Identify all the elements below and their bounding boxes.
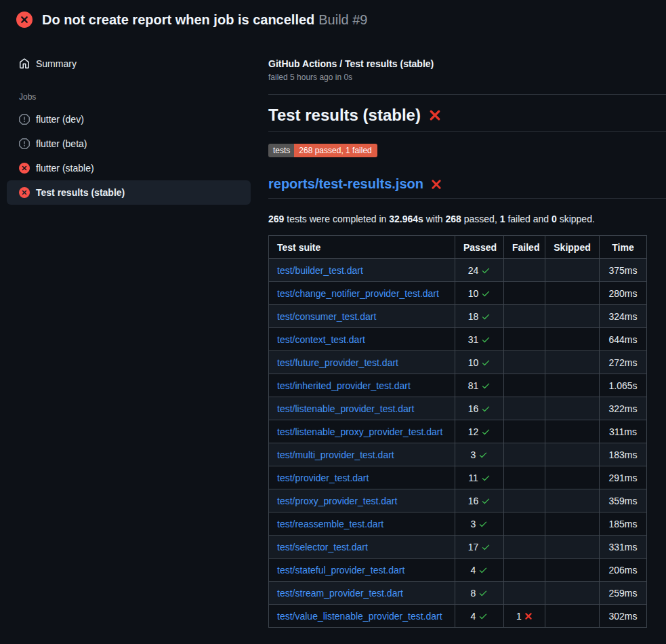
table-row: test/stream_provider_test.dart8259ms bbox=[269, 582, 647, 605]
skipped-cell bbox=[545, 351, 600, 374]
test-suite-cell: test/change_notifier_provider_test.dart bbox=[269, 282, 455, 305]
time-cell: 1.065s bbox=[600, 374, 647, 397]
check-run-header: Do not create report when job is cancell… bbox=[0, 0, 666, 38]
summary-segment: 0 bbox=[551, 214, 557, 224]
test-suite-link[interactable]: test/future_provider_test.dart bbox=[277, 357, 398, 368]
table-row: test/context_test.dart31644ms bbox=[269, 328, 647, 351]
test-suite-link[interactable]: test/change_notifier_provider_test.dart bbox=[277, 288, 439, 299]
failed-cell bbox=[504, 536, 545, 559]
failed-cell bbox=[504, 489, 545, 512]
passed-cell-value: 10 bbox=[468, 357, 491, 368]
sidebar-item-flutter-dev[interactable]: flutter (dev) bbox=[7, 107, 251, 132]
table-row: test/proxy_provider_test.dart16359ms bbox=[269, 489, 647, 512]
table-row: test/inherited_provider_test.dart811.065… bbox=[269, 374, 647, 397]
stop-icon bbox=[19, 138, 30, 149]
skipped-cell bbox=[545, 582, 600, 605]
sidebar-summary-label: Summary bbox=[36, 58, 77, 69]
table-row: test/stateful_provider_test.dart4206ms bbox=[269, 559, 647, 582]
passed-cell-value: 16 bbox=[468, 403, 491, 414]
test-suite-link[interactable]: test/provider_test.dart bbox=[277, 472, 369, 483]
table-row: test/future_provider_test.dart10272ms bbox=[269, 351, 647, 374]
sidebar-job-label: flutter (beta) bbox=[36, 138, 87, 149]
skipped-cell bbox=[545, 605, 600, 628]
time-cell: 359ms bbox=[600, 489, 647, 512]
passed-cell: 12 bbox=[455, 420, 504, 443]
passed-cell-value: 4 bbox=[471, 565, 488, 576]
passed-cell: 81 bbox=[455, 374, 504, 397]
test-suite-cell: test/selector_test.dart bbox=[269, 536, 455, 559]
summary-segment: skipped. bbox=[557, 214, 595, 224]
report-heading: reports/test-results.json bbox=[268, 176, 666, 199]
skipped-cell bbox=[545, 420, 600, 443]
x-circle-icon bbox=[19, 187, 30, 198]
test-suite-cell: test/stream_provider_test.dart bbox=[269, 582, 455, 605]
test-suite-cell: test/proxy_provider_test.dart bbox=[269, 489, 455, 512]
home-icon bbox=[19, 58, 30, 69]
test-suite-cell: test/reassemble_test.dart bbox=[269, 512, 455, 536]
sidebar-job-label: flutter (stable) bbox=[36, 163, 94, 174]
cross-mark-icon bbox=[430, 178, 442, 190]
test-suite-link[interactable]: test/value_listenable_provider_test.dart bbox=[277, 611, 442, 622]
report-file-link[interactable]: reports/test-results.json bbox=[268, 176, 423, 192]
summary-segment: 32.964s bbox=[389, 214, 423, 224]
table-row: test/provider_test.dart11291ms bbox=[269, 466, 647, 489]
test-suite-cell: test/provider_test.dart bbox=[269, 466, 455, 489]
passed-cell-value: 81 bbox=[468, 380, 491, 391]
test-suite-cell: test/future_provider_test.dart bbox=[269, 351, 455, 374]
time-cell: 291ms bbox=[600, 466, 647, 489]
test-suite-link[interactable]: test/listenable_provider_test.dart bbox=[277, 403, 414, 414]
test-table-body: test/builder_test.dart24375mstest/change… bbox=[269, 259, 647, 628]
time-cell: 302ms bbox=[600, 605, 647, 628]
test-suite-link[interactable]: test/stream_provider_test.dart bbox=[277, 588, 403, 599]
test-results-table: Test suite Passed Failed Skipped Time te… bbox=[268, 235, 647, 628]
failed-cell bbox=[504, 512, 545, 536]
table-row: test/value_listenable_provider_test.dart… bbox=[269, 605, 647, 628]
jobs-section-label: Jobs bbox=[19, 92, 257, 102]
summary-segment: tests were completed in bbox=[284, 214, 389, 224]
failed-cell bbox=[504, 351, 545, 374]
test-suite-link[interactable]: test/reassemble_test.dart bbox=[277, 519, 383, 529]
time-cell: 206ms bbox=[600, 559, 647, 582]
test-suite-link[interactable]: test/multi_provider_test.dart bbox=[277, 449, 394, 460]
failed-cell bbox=[504, 374, 545, 397]
sidebar-item-flutter-beta[interactable]: flutter (beta) bbox=[7, 132, 251, 156]
test-suite-link[interactable]: test/selector_test.dart bbox=[277, 542, 368, 552]
passed-cell: 11 bbox=[455, 466, 504, 489]
x-circle-icon bbox=[19, 163, 30, 174]
table-row: test/consumer_test.dart18324ms bbox=[269, 305, 647, 328]
failed-cell bbox=[504, 443, 545, 466]
test-suite-cell: test/consumer_test.dart bbox=[269, 305, 455, 328]
test-suite-link[interactable]: test/builder_test.dart bbox=[277, 265, 363, 276]
test-suite-cell: test/listenable_provider_test.dart bbox=[269, 397, 455, 420]
passed-cell-value: 31 bbox=[468, 334, 491, 345]
test-suite-link[interactable]: test/stateful_provider_test.dart bbox=[277, 565, 404, 576]
test-suite-link[interactable]: test/listenable_proxy_provider_test.dart bbox=[277, 426, 442, 437]
sidebar-item-flutter-stable[interactable]: flutter (stable) bbox=[7, 156, 251, 180]
passed-cell: 3 bbox=[455, 443, 504, 466]
table-header-row: Test suite Passed Failed Skipped Time bbox=[269, 236, 647, 259]
passed-cell: 10 bbox=[455, 351, 504, 374]
test-suite-link[interactable]: test/inherited_provider_test.dart bbox=[277, 380, 411, 391]
test-suite-link[interactable]: test/proxy_provider_test.dart bbox=[277, 496, 397, 506]
passed-cell: 16 bbox=[455, 489, 504, 512]
time-cell: 183ms bbox=[600, 443, 647, 466]
passed-cell: 24 bbox=[455, 259, 504, 282]
build-number: Build #9 bbox=[318, 12, 367, 27]
test-suite-link[interactable]: test/context_test.dart bbox=[277, 334, 365, 345]
time-cell: 311ms bbox=[600, 420, 647, 443]
test-suite-cell: test/inherited_provider_test.dart bbox=[269, 374, 455, 397]
summary-text: 269 tests were completed in 32.964s with… bbox=[268, 214, 666, 224]
cross-mark-icon bbox=[428, 108, 442, 122]
skipped-cell bbox=[545, 259, 600, 282]
badge-value: 268 passed, 1 failed bbox=[294, 144, 377, 157]
time-cell: 331ms bbox=[600, 536, 647, 559]
time-cell: 259ms bbox=[600, 582, 647, 605]
skipped-cell bbox=[545, 282, 600, 305]
sidebar-item-test-results-stable[interactable]: Test results (stable) bbox=[7, 180, 251, 205]
test-suite-link[interactable]: test/consumer_test.dart bbox=[277, 311, 376, 322]
test-suite-cell: test/multi_provider_test.dart bbox=[269, 443, 455, 466]
page-title: Do not create report when job is cancell… bbox=[42, 12, 314, 27]
passed-cell: 31 bbox=[455, 328, 504, 351]
sidebar-item-summary[interactable]: Summary bbox=[7, 52, 251, 76]
table-row: test/reassemble_test.dart3185ms bbox=[269, 512, 647, 536]
